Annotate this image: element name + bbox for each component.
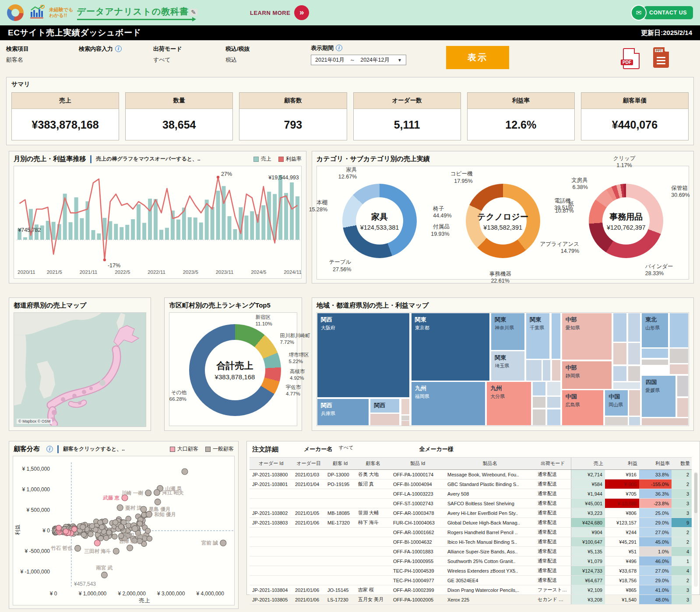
order-cell[interactable]: FUR-CH-10004063 (390, 518, 445, 528)
order-cell[interactable] (250, 499, 292, 508)
order-cell[interactable] (355, 566, 390, 576)
order-cell[interactable]: ¥-905 (605, 479, 639, 489)
show-button[interactable]: 表示 (446, 46, 509, 69)
customer-scatter-chart[interactable]: ¥ 1,500,000¥ 1,000,000¥ 500,000¥ 0¥ -500… (13, 456, 234, 604)
treemap-cell[interactable] (542, 360, 551, 381)
column-header[interactable]: 製品名 (445, 458, 535, 470)
order-cell[interactable]: 27.0% (639, 566, 672, 576)
order-cell[interactable]: ¥124,733 (571, 566, 605, 576)
order-cell[interactable] (250, 528, 292, 537)
tax-value[interactable]: 税込 (225, 56, 250, 64)
japan-sales-map[interactable]: © Mapbox © OSM (14, 312, 146, 427)
search-item-value[interactable]: 顧客名 (6, 56, 29, 64)
order-cell[interactable] (355, 528, 390, 537)
order-cell[interactable] (325, 566, 355, 576)
donut-chart[interactable]: 合計売上¥383,878,168 (189, 324, 281, 416)
column-header[interactable]: 利益率 (639, 458, 672, 470)
ship-mode-value[interactable]: すべて (153, 56, 182, 64)
order-cell[interactable]: ¥2,714 (571, 470, 605, 479)
order-cell[interactable]: ¥-10,688 (605, 499, 639, 508)
treemap-cell[interactable]: 東北山形県 (641, 313, 668, 348)
order-cell[interactable]: 2021/01/06 (292, 595, 325, 605)
order-cell[interactable]: OFF-PA-10000955 (390, 556, 445, 566)
order-cell[interactable]: ¥496 (605, 556, 639, 566)
order-row[interactable]: JP-2021-1038022021/01/05MB-18085笹淵 大輔OFF… (250, 508, 692, 518)
order-cell[interactable]: 通常配送 (535, 547, 571, 556)
order-cell[interactable] (250, 556, 292, 566)
order-cell[interactable]: 通常配送 (535, 576, 571, 585)
order-cell[interactable]: ¥33,678 (605, 566, 639, 576)
order-cell[interactable]: OFF-BI-10004632 (390, 537, 445, 547)
column-header[interactable]: 利益 (605, 458, 639, 470)
column-header[interactable]: 製品 Id (390, 458, 445, 470)
order-row[interactable]: TEC-PH-10004539Wireless Extenders zBoost… (250, 566, 692, 576)
order-cell[interactable]: 27.0% (639, 528, 672, 537)
maker-filter-value[interactable]: すべて (339, 444, 354, 451)
order-row[interactable]: OFF-AR-10001662Rogers Handheld Barrel Pe… (250, 528, 692, 537)
order-cell[interactable]: 1 (672, 556, 692, 566)
order-cell[interactable]: 4 (672, 547, 692, 556)
legend-item[interactable]: 一般顧客 (205, 445, 234, 453)
order-cell[interactable]: SAFCO Boltless Steel Shelving (445, 499, 535, 508)
order-cell[interactable] (355, 537, 390, 547)
order-row[interactable]: OFF-PA-10000955Southworth 25% Cotton Gra… (250, 556, 692, 566)
donut-technology[interactable]: テクノロジー¥138,582,391電話機39.51%事務機器22.61%付属品… (441, 166, 565, 276)
order-cell[interactable]: 通常配送 (535, 537, 571, 547)
order-cell[interactable]: ¥5,135 (571, 547, 605, 556)
order-cell[interactable] (292, 499, 325, 508)
treemap-cell[interactable] (641, 418, 689, 426)
order-cell[interactable]: ¥1,944 (571, 489, 605, 499)
donut-chart[interactable]: 事務用品¥120,762,397 (589, 184, 663, 258)
order-cell[interactable] (292, 566, 325, 576)
order-cell[interactable] (250, 566, 292, 576)
order-cell[interactable]: Wireless Extenders zBoost YX5.. (445, 566, 535, 576)
order-row[interactable]: TEC-PH-10004977GE 30524EE4通常配送¥64,677¥18… (250, 576, 692, 585)
treemap-cell[interactable] (641, 359, 668, 365)
order-cell[interactable]: GE 30524EE4 (445, 576, 535, 585)
order-cell[interactable] (325, 576, 355, 585)
order-cell[interactable]: 谷奥 大地 (355, 470, 390, 479)
order-cell[interactable]: 3 (672, 595, 692, 605)
order-cell[interactable] (250, 537, 292, 547)
order-row[interactable]: OFF-BI-10004632Ibico Hi-Tech Manual Bind… (250, 537, 692, 547)
order-cell[interactable]: 4 (672, 566, 692, 576)
treemap-cell[interactable] (641, 348, 668, 358)
order-cell[interactable]: 笹淵 大輔 (355, 508, 390, 518)
order-cell[interactable]: MB-18085 (325, 508, 355, 518)
treemap-cell[interactable] (677, 398, 689, 417)
column-header[interactable]: 出荷モード (535, 458, 571, 470)
column-header[interactable]: 売上 (571, 458, 605, 470)
treemap-cell[interactable]: 中国広島県 (562, 390, 604, 426)
order-row[interactable]: JP-2021-1038002021/01/03DP-13000谷奥 大地OFF… (250, 470, 692, 479)
treemap-cell[interactable] (526, 360, 542, 381)
order-cell[interactable]: 2021/01/04 (292, 479, 325, 489)
treemap-cell[interactable] (613, 343, 627, 365)
order-cell[interactable]: OFF-LA-10003223 (390, 489, 445, 499)
export-pdf-button[interactable]: PDF (623, 48, 640, 69)
treemap-cell[interactable] (605, 416, 628, 426)
treemap-cell[interactable] (532, 396, 546, 408)
order-cell[interactable] (292, 556, 325, 566)
order-cell[interactable]: ¥806 (605, 508, 639, 518)
treemap-cell[interactable]: 関東東京都 (411, 313, 490, 381)
order-row[interactable]: JP-2021-1038052021/01/06LS-17230五月女 美月OF… (250, 595, 692, 605)
treemap-cell[interactable]: 九州福岡県 (411, 381, 485, 426)
order-cell[interactable]: ¥584 (571, 479, 605, 489)
order-cell[interactable] (325, 528, 355, 537)
order-cell[interactable] (325, 556, 355, 566)
order-cell[interactable]: -23.8% (639, 499, 672, 508)
order-cell[interactable]: -155.0% (639, 479, 672, 489)
order-cell[interactable]: 45.0% (639, 537, 672, 547)
order-cell[interactable]: 通常配送 (535, 470, 571, 479)
order-row[interactable]: JP-2021-1038032021/01/06ME-17320柿下 海斗FUR… (250, 518, 692, 528)
order-cell[interactable]: Message Book, Wirebound, Fou.. (445, 470, 535, 479)
treemap-cell[interactable]: 九州大分県 (486, 381, 531, 426)
treemap-cell[interactable]: 中部愛知県 (562, 313, 612, 360)
order-cell[interactable]: ¥3,223 (571, 508, 605, 518)
order-cell[interactable]: DP-13000 (325, 470, 355, 479)
treemap-cell[interactable] (547, 381, 561, 396)
order-cell[interactable]: 通常配送 (535, 518, 571, 528)
order-cell[interactable] (325, 489, 355, 499)
order-cell[interactable]: 通常配送 (535, 489, 571, 499)
column-header[interactable]: 顧客名 (355, 458, 390, 470)
